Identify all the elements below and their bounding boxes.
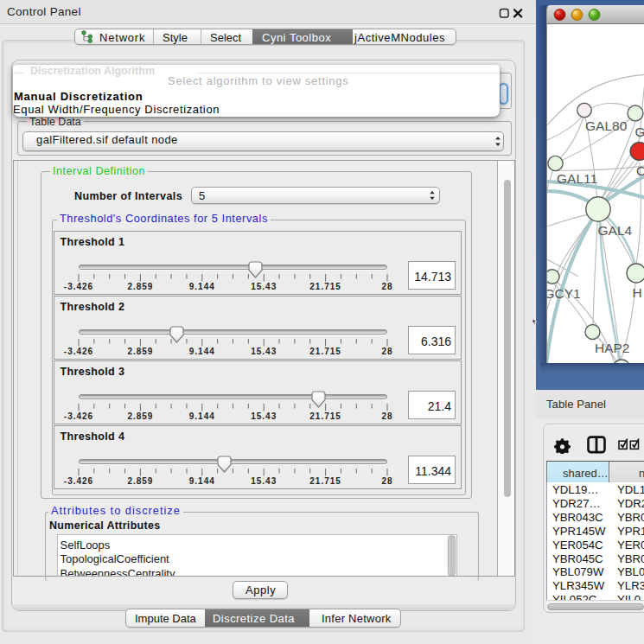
svg-text:H: H	[633, 285, 642, 300]
svg-text:GCY1: GCY1	[547, 286, 581, 301]
svg-text:HAP2: HAP2	[595, 341, 630, 355]
svg-text:GAL11: GAL11	[557, 171, 597, 186]
svg-text:GAL4: GAL4	[598, 223, 633, 238]
svg-text:G.: G.	[635, 124, 644, 139]
svg-text:GAL80: GAL80	[585, 118, 628, 133]
svg-text:C: C	[636, 163, 644, 178]
